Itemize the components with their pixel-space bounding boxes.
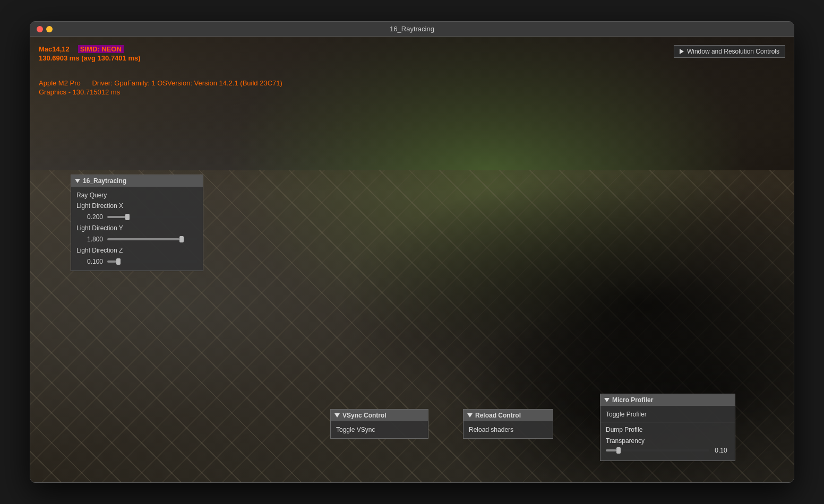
- window-resolution-controls-button[interactable]: Window and Resolution Controls: [674, 45, 785, 58]
- transparency-fill: [606, 449, 616, 451]
- light-z-thumb: [116, 258, 121, 265]
- dump-profile-label: Dump Profile: [606, 426, 642, 433]
- toggle-vsync-row[interactable]: Toggle VSync: [331, 424, 428, 435]
- light-z-label-row: Light Direction Z: [71, 245, 203, 256]
- reload-shaders-row[interactable]: Reload shaders: [464, 424, 553, 435]
- panel-vsync-body: Toggle VSync: [331, 421, 428, 438]
- play-icon: [680, 49, 684, 54]
- microprofiler-collapse-icon: [604, 398, 610, 402]
- hud-spacer: [39, 63, 282, 78]
- light-z-slider-row[interactable]: 0.100: [71, 256, 203, 267]
- vsync-collapse-icon: [334, 413, 340, 418]
- panel-raytracing: 16_Raytracing Ray Query Light Direction …: [71, 175, 203, 271]
- light-x-value: 0.200: [76, 213, 103, 221]
- panel-reload: Reload Control Reload shaders: [463, 409, 553, 439]
- panel-reload-header[interactable]: Reload Control: [464, 410, 553, 421]
- reload-shaders-label: Reload shaders: [469, 426, 513, 433]
- panel-microprofiler: Micro Profiler Toggle Profiler Dump Prof…: [600, 394, 735, 461]
- light-x-label: Light Direction X: [76, 202, 123, 210]
- hud-gpu-driver: Apple M2 Pro Driver: GpuFamily: 1 OSVers…: [39, 79, 282, 87]
- hud-gpu: Apple M2 Pro: [39, 79, 81, 87]
- hud-overlay: Mac14,12 SIMD: NEON 130.6903 ms (avg 130…: [39, 45, 282, 96]
- panel-microprofiler-title: Micro Profiler: [612, 396, 653, 404]
- minimize-button[interactable]: [46, 26, 53, 32]
- transparency-section: Transparency 0.10: [600, 435, 735, 457]
- close-button[interactable]: [37, 26, 43, 32]
- hud-graphics-timing: Graphics - 130.715012 ms: [39, 88, 282, 96]
- ray-query-row: Ray Query: [71, 190, 203, 201]
- main-window: 16_Raytracing Mac14,12 SIMD: NEON 130.69…: [30, 21, 794, 483]
- toggle-profiler-label: Toggle Profiler: [606, 411, 647, 418]
- transparency-slider-row[interactable]: 0.10: [606, 447, 729, 454]
- light-y-value: 1.800: [76, 236, 103, 243]
- light-x-label-row: Light Direction X: [71, 201, 203, 211]
- hud-platform-line: Mac14,12 SIMD: NEON: [39, 45, 282, 53]
- panel-vsync-title: VSync Control: [342, 412, 387, 419]
- light-y-thumb: [179, 236, 184, 242]
- panel-vsync: VSync Control Toggle VSync: [330, 409, 428, 439]
- window-title: 16_Raytracing: [390, 25, 434, 33]
- light-x-track[interactable]: [107, 216, 198, 218]
- panel-reload-body: Reload shaders: [464, 421, 553, 438]
- light-x-fill: [107, 216, 125, 218]
- light-z-value: 0.100: [76, 258, 103, 265]
- light-z-fill: [107, 260, 116, 263]
- panel-reload-title: Reload Control: [475, 412, 521, 419]
- panel-raytracing-header[interactable]: 16_Raytracing: [71, 175, 203, 187]
- profiler-divider: [600, 422, 735, 422]
- transparency-label: Transparency: [606, 437, 729, 445]
- toggle-vsync-label: Toggle VSync: [336, 426, 375, 433]
- toggle-profiler-row[interactable]: Toggle Profiler: [600, 409, 735, 420]
- panel-vsync-header[interactable]: VSync Control: [331, 410, 428, 421]
- titlebar: 16_Raytracing: [30, 22, 794, 37]
- light-y-track[interactable]: [107, 238, 198, 240]
- reload-collapse-icon: [467, 413, 473, 418]
- hud-simd: SIMD: NEON: [78, 45, 124, 53]
- light-y-slider-row[interactable]: 1.800: [71, 233, 203, 245]
- hud-timing: 130.6903 ms (avg 130.7401 ms): [39, 54, 282, 62]
- panel-raytracing-body: Ray Query Light Direction X 0.200 Light …: [71, 187, 203, 271]
- dump-profile-row[interactable]: Dump Profile: [600, 424, 735, 435]
- panel-raytracing-title: 16_Raytracing: [83, 177, 126, 185]
- transparency-track[interactable]: [606, 449, 709, 451]
- light-y-fill: [107, 238, 179, 240]
- titlebar-buttons: [30, 26, 53, 32]
- panel-microprofiler-body: Toggle Profiler Dump Profile Transparenc…: [600, 406, 735, 460]
- light-y-label-row: Light Direction Y: [71, 223, 203, 233]
- light-x-slider-row[interactable]: 0.200: [71, 211, 203, 223]
- light-z-track[interactable]: [107, 260, 198, 263]
- light-x-thumb: [125, 214, 130, 220]
- viewport: Mac14,12 SIMD: NEON 130.6903 ms (avg 130…: [30, 37, 794, 482]
- light-y-label: Light Direction Y: [76, 224, 123, 232]
- ray-query-label: Ray Query: [76, 192, 107, 199]
- transparency-thumb: [616, 447, 621, 454]
- transparency-value: 0.10: [713, 447, 729, 454]
- hud-platform: Mac14,12: [39, 45, 70, 53]
- light-z-label: Light Direction Z: [76, 247, 123, 254]
- hud-driver: Driver: GpuFamily: 1 OSVersion: Version …: [92, 79, 282, 87]
- collapse-icon: [75, 179, 80, 183]
- panel-microprofiler-header[interactable]: Micro Profiler: [600, 394, 735, 406]
- window-resolution-label: Window and Resolution Controls: [687, 48, 779, 55]
